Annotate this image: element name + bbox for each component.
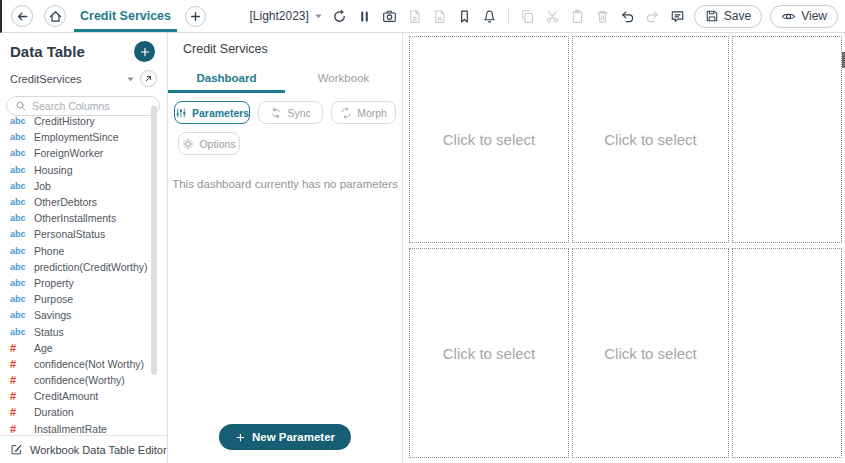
column-name: Purpose [34,293,73,305]
view-button[interactable]: View [770,5,838,28]
data-table-selector[interactable]: CreditServices [10,73,121,85]
open-data-table-button[interactable] [140,70,157,87]
workbook-tab-credit-services[interactable]: Credit Services [77,0,174,32]
dashboard-cell[interactable]: Click to select [572,36,729,243]
numeric-column-icon: # [10,358,28,370]
paste-icon [569,8,586,25]
bookmark-icon[interactable] [456,8,473,25]
dashboard-cell[interactable] [732,248,842,458]
sync-button[interactable]: Sync [258,101,323,124]
panel-title: Credit Services [168,33,402,56]
text-column-icon: abc [10,132,28,142]
trash-icon [594,8,611,25]
dashboard-cell[interactable]: Click to select [572,248,729,458]
column-item[interactable]: abcStatus [10,323,167,339]
text-column-icon: abc [10,327,28,337]
morph-icon [340,107,352,119]
column-item[interactable]: #Age [10,340,167,356]
column-name: Age [34,342,53,354]
column-item[interactable]: abcPurpose [10,291,167,307]
sidebar-scrollbar-thumb[interactable] [151,105,157,375]
column-name: OtherDebtors [34,196,97,208]
column-name: OtherInstallments [34,212,116,224]
dashboard-cell[interactable]: Click to select [409,248,569,458]
column-name: CreditHistory [34,115,95,127]
cell-placeholder-label: Click to select [443,345,536,362]
file-pdf-icon [406,8,423,25]
column-name: EmploymentSince [34,131,119,143]
cell-placeholder-label: Click to select [604,131,697,148]
text-column-icon: abc [10,278,28,288]
column-item[interactable]: abcCreditHistory [10,113,167,129]
tab-dashboard[interactable]: Dashboard [168,65,285,93]
no-parameters-message: This dashboard currently has no paramete… [168,178,402,190]
gear-icon [182,138,194,150]
sync-icon [270,107,282,119]
text-column-icon: abc [10,229,28,239]
text-column-icon: abc [10,262,28,272]
column-item[interactable]: abcJob [10,178,167,194]
text-column-icon: abc [10,213,28,223]
cut-icon [544,8,561,25]
column-item[interactable]: abcEmploymentSince [10,129,167,145]
text-column-icon: abc [10,246,28,256]
column-item[interactable]: #confidence(Worthy) [10,372,167,388]
comment-icon[interactable] [669,8,686,25]
pause-icon[interactable] [356,8,373,25]
column-name: Housing [34,164,73,176]
column-item[interactable]: abcProperty [10,275,167,291]
column-name: InstallmentRate [34,423,107,434]
home-button[interactable] [44,5,66,27]
column-item[interactable]: #Duration [10,404,167,420]
theme-selector-label: [Light2023] [249,9,308,23]
tab-workbook[interactable]: Workbook [285,65,402,93]
undo-icon[interactable] [619,8,636,25]
add-workbook-tab-button[interactable] [185,6,206,27]
column-item[interactable]: abcForeignWorker [10,145,167,161]
refresh-icon[interactable] [331,8,348,25]
column-item[interactable]: abcOtherDebtors [10,194,167,210]
text-column-icon: abc [10,181,28,191]
column-item[interactable]: abcSavings [10,307,167,323]
cell-placeholder-label: Click to select [443,131,536,148]
column-name: confidence(Worthy) [34,374,125,386]
column-name: Job [34,180,51,192]
text-column-icon: abc [10,165,28,175]
column-item[interactable]: abcOtherInstallments [10,210,167,226]
search-columns-input[interactable] [32,100,151,112]
column-item[interactable]: #confidence(Not Worthy) [10,356,167,372]
sync-button-label: Sync [287,107,310,119]
save-button-label: Save [724,9,751,23]
theme-selector[interactable]: [Light2023] [249,9,322,23]
numeric-column-icon: # [10,390,28,402]
column-item[interactable]: abcPersonalStatus [10,226,167,242]
save-button[interactable]: Save [694,5,762,28]
text-column-icon: abc [10,310,28,320]
add-data-table-button[interactable] [134,41,155,62]
options-button-label: Options [199,138,235,150]
dashboard-cell[interactable] [732,36,842,243]
column-item[interactable]: #CreditAmount [10,388,167,404]
column-name: Property [34,277,74,289]
parameters-button[interactable]: Parameters [174,101,250,124]
back-button[interactable] [11,5,33,27]
bell-icon[interactable] [481,8,498,25]
column-item[interactable]: abcPhone [10,243,167,259]
workbook-data-table-editor-button[interactable]: Workbook Data Table Editor [0,435,167,463]
column-item[interactable]: abcHousing [10,162,167,178]
workbook-data-table-editor-label: Workbook Data Table Editor [30,444,167,456]
options-button[interactable]: Options [178,132,240,155]
column-item[interactable]: #InstallmentRate [10,421,167,434]
camera-icon[interactable] [381,8,398,25]
edit-icon [10,443,23,456]
new-parameter-button[interactable]: New Parameter [219,424,351,450]
column-item[interactable]: abcprediction(CreditWorthy) [10,259,167,275]
cell-placeholder-label: Click to select [604,345,697,362]
dashboard-cell[interactable]: Click to select [409,36,569,243]
numeric-column-icon: # [10,342,28,354]
morph-button[interactable]: Morph [331,101,396,124]
column-list: abcCreditHistoryabcEmploymentSinceabcFor… [0,113,167,434]
sliders-icon [175,107,187,119]
chevron-down-icon[interactable] [126,75,135,83]
column-name: PersonalStatus [34,228,105,240]
